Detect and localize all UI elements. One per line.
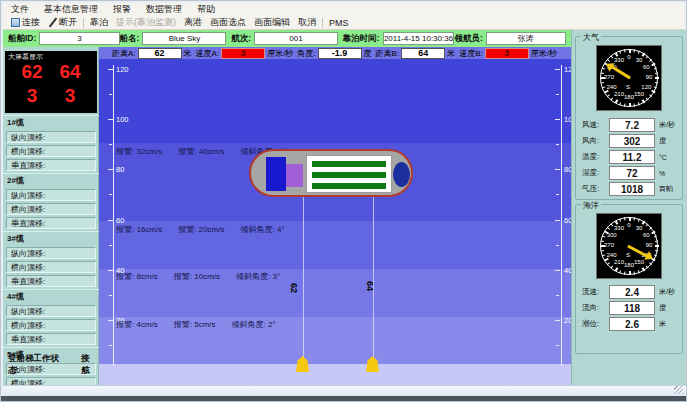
ocean-group: 海洋 0306090120150180210240270300330S 流速: … [575, 204, 683, 354]
vertical-drift-field: 垂直漂移: [6, 217, 96, 229]
info-field-label: 靠泊时间: [343, 33, 380, 45]
alarm-speed-b: 报警: 20cm/s [178, 224, 224, 235]
alarm-speed-a: 报警: 8cm/s [116, 271, 158, 282]
cable-drift-panel: 大屏幕显示 62 64 3 3 1#缆 纵向漂移: 横向漂移: 垂直漂移: [3, 47, 99, 385]
measurement-value: 3 [221, 48, 265, 59]
vertical-drift-field: 垂直漂移: [6, 275, 96, 287]
gangway-status-value: 接舷 [81, 353, 98, 377]
cable-title: 2#缆 [3, 173, 99, 187]
longitudinal-drift-field: 纵向漂移: [6, 189, 96, 201]
gauge-needle [586, 203, 673, 290]
alarm-angle: 倾斜角度: 2° [232, 319, 276, 330]
measurement-unit: 米 [184, 48, 192, 59]
measurement-field: 速度B: 3 厘米/秒 [459, 48, 557, 59]
environment-panel: 大气 0306090120150180210240270300330S 风速: … [571, 30, 686, 385]
right-axis [561, 65, 562, 366]
weather-field-unit: 度 [659, 136, 666, 146]
left-axis [113, 65, 114, 366]
cable-section: 2#缆 纵向漂移: 横向漂移: 垂直漂移: [3, 173, 99, 229]
cable-section: 4#缆 纵向漂移: 横向漂移: 垂直漂移: [3, 289, 99, 345]
toolbar-icon [48, 18, 57, 27]
toolbar-separator [322, 18, 323, 28]
ship-superstructure [286, 164, 303, 187]
ocean-field: 流向: 118 度 [582, 301, 675, 315]
measurement-unit: 厘米/秒 [267, 48, 293, 59]
toolbar-button[interactable]: PMS [325, 18, 353, 28]
measurement-field: 距离B: 64 米 [376, 48, 456, 59]
toolbar-button-label: PMS [329, 18, 349, 28]
toolbar-button[interactable]: 画面选点 [206, 16, 250, 29]
toolbar-button-label: 取消 [298, 16, 316, 29]
toolbar-button[interactable]: 画面编辑 [250, 16, 294, 29]
info-field-label: 船名: [120, 33, 140, 45]
ocean-field: 潮位: 2.6 米 [582, 317, 675, 331]
toolbar-button[interactable]: 连接 [7, 16, 44, 29]
measurement-value: 62 [138, 48, 182, 59]
info-field-label: 船舶ID: [8, 33, 36, 45]
weather-group-title: 大气 [581, 32, 601, 43]
measurement-label: 速度B: [459, 48, 483, 59]
measurement-value: 3 [485, 48, 529, 59]
menu-item[interactable]: 文件 [11, 3, 29, 16]
menu-item[interactable]: 基本信息管理 [44, 3, 98, 16]
alarm-speed-a: 报警: 32cm/s [116, 146, 162, 157]
alarm-speed-a: 报警: 16cm/s [116, 224, 162, 235]
info-field: 船名: Blue Sky [120, 32, 232, 45]
window-bottom-edge [1, 396, 687, 402]
cable-title: 4#缆 [3, 289, 99, 303]
ship-bridge [266, 157, 286, 191]
info-field-input[interactable]: 张涛 [486, 32, 566, 45]
info-field: 航次: 001 [231, 32, 343, 45]
gauge-needle [585, 34, 673, 122]
measurement-unit: 米 [447, 48, 455, 59]
resize-grip[interactable] [674, 386, 683, 394]
alarm-angle: 倾斜角度: 4° [240, 224, 284, 235]
ship-stern [393, 162, 410, 187]
menu-item[interactable]: 帮助 [197, 3, 215, 16]
alarm-speed-b: 报警: 10cm/s [174, 271, 220, 282]
ocean-field: 流速: 2.4 米/秒 [582, 285, 675, 299]
info-field-input[interactable]: 3 [39, 32, 119, 45]
weather-field-label: 风向: [582, 136, 609, 146]
toolbar-button[interactable]: 提示(靠泊监测) [112, 16, 180, 29]
berthing-chart: 1201201001008080606040402020 报警: 32cm/s … [99, 59, 571, 385]
weather-fields: 风速: 7.2 米/秒 风向: 302 度 温度: 11.2 °C [582, 118, 675, 196]
toolbar-button[interactable]: 靠泊 [86, 16, 112, 29]
display-speed-b: 3 [65, 85, 76, 107]
toolbar-button[interactable]: 断开 [44, 16, 81, 29]
toolbar-button[interactable]: 取消 [294, 16, 320, 29]
info-field-input[interactable]: Blue Sky [142, 32, 226, 45]
measurement-value: -1.9 [318, 48, 362, 59]
menu-item[interactable]: 报警 [113, 3, 131, 16]
measurement-label: 角度: [297, 48, 315, 59]
gangway-status: 登船梯工作状态: 接舷 [8, 353, 98, 377]
weather-field-value: 7.2 [609, 118, 655, 132]
toolbar-button[interactable]: 离港 [180, 16, 206, 29]
alarm-speed-b: 报警: 5cm/s [174, 319, 216, 330]
weather-field: 风向: 302 度 [582, 134, 675, 148]
toolbar-button-label: 断开 [59, 16, 77, 29]
measurement-field: 速度A: 3 厘米/秒 [196, 48, 294, 59]
weather-field-label: 气压: [582, 184, 609, 194]
measurement-label: 距离A: [112, 48, 136, 59]
ocean-field-label: 潮位: [582, 319, 609, 329]
toolbar-button-label: 靠泊 [90, 16, 108, 29]
measurement-unit: 度 [364, 48, 372, 59]
info-field: 船舶ID: 3 [8, 32, 120, 45]
info-field-input[interactable]: 001 [254, 32, 338, 45]
ocean-field-unit: 米 [659, 319, 666, 329]
alarm-threshold-line: 报警: 16cm/s 报警: 20cm/s 倾斜角度: 4° [116, 224, 285, 235]
menu-bar: 文件基本信息管理报警数据管理帮助 [3, 3, 684, 16]
info-field-input[interactable]: 2011-4-15 10:30:36 [383, 32, 455, 45]
measurement-unit: 厘米/秒 [531, 48, 557, 59]
info-field: 靠泊时间: 2011-4-15 10:30:36 [343, 32, 455, 45]
display-speed-a: 3 [27, 85, 38, 107]
weather-field-label: 风速: [582, 120, 609, 130]
menu-item[interactable]: 数据管理 [146, 3, 182, 16]
weather-field: 温度: 11.2 °C [582, 150, 675, 164]
ocean-field-value: 2.6 [609, 317, 655, 331]
measurement-value: 64 [401, 48, 445, 59]
weather-field-value: 72 [609, 166, 655, 180]
current-direction-gauge: 0306090120150180210240270300330S [596, 213, 662, 279]
lateral-drift-field: 横向漂移: [6, 145, 96, 157]
